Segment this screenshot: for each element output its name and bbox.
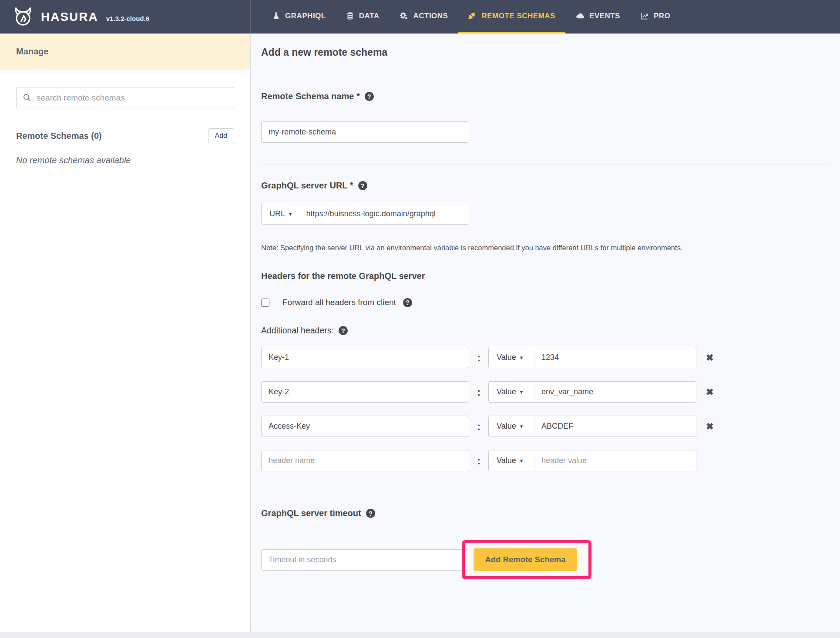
- nav-item-remote-schemas[interactable]: REMOTE SCHEMAS: [458, 0, 565, 34]
- header-row: : Value ▾: [261, 450, 830, 471]
- value-type-label: Value: [497, 422, 516, 431]
- sidebar-body: Remote Schemas (0) Add No remote schemas…: [0, 70, 250, 183]
- graphql-server-url-input[interactable]: [300, 203, 469, 224]
- page-body: Manage Remote Schemas (0) Add No remote …: [0, 34, 840, 638]
- search-remote-schemas-input[interactable]: [16, 87, 234, 108]
- manage-label: Manage: [16, 47, 48, 57]
- nav-item-graphiql[interactable]: GRAPHIQL: [262, 0, 336, 34]
- sidebar-item-manage[interactable]: Manage: [0, 34, 250, 70]
- colon-separator: :: [477, 352, 480, 364]
- chevron-down-icon: ▾: [520, 389, 523, 395]
- schema-list-header: Remote Schemas (0) Add: [16, 128, 234, 143]
- nav-links: GRAPHIQL DATA ACTIONS REMOTE SCHEMAS EVE…: [262, 0, 680, 34]
- nav-item-actions[interactable]: ACTIONS: [389, 0, 458, 34]
- help-icon[interactable]: ?: [365, 92, 374, 101]
- header-value-group: Value ▾: [488, 416, 696, 437]
- brand-area: HASURA v1.3.2-cloud.6: [0, 0, 251, 34]
- bottom-strip: [0, 632, 840, 638]
- chart-icon: [640, 12, 649, 20]
- help-icon[interactable]: ?: [366, 509, 375, 518]
- header-key-input[interactable]: [261, 347, 469, 368]
- search-icon: [22, 93, 32, 104]
- top-navbar: HASURA v1.3.2-cloud.6 GRAPHIQL DATA ACTI…: [0, 0, 840, 34]
- value-type-label: Value: [497, 353, 516, 362]
- url-note: Note: Specifying the server URL via an e…: [261, 244, 830, 252]
- url-type-dropdown-label: URL: [269, 209, 285, 218]
- header-row: : Value ▾ ✖: [261, 416, 830, 437]
- remove-header-icon[interactable]: ✖: [706, 387, 714, 396]
- header-value-group: Value ▾: [488, 450, 696, 471]
- graphql-server-url-label-text: GraphQL server URL *: [261, 181, 353, 191]
- nav-item-label: REMOTE SCHEMAS: [481, 12, 555, 20]
- page-title: Add a new remote schema: [261, 47, 830, 58]
- value-type-dropdown[interactable]: Value ▾: [489, 382, 535, 402]
- main-content: Add a new remote schema Remote Schema na…: [251, 34, 840, 638]
- gears-icon: [399, 11, 408, 20]
- sidebar: Manage Remote Schemas (0) Add No remote …: [0, 34, 251, 638]
- chevron-down-icon: ▾: [520, 457, 523, 464]
- chevron-down-icon: ▾: [520, 354, 523, 361]
- nav-item-data[interactable]: DATA: [336, 0, 390, 34]
- annotation-highlight: Add Remote Schema: [462, 540, 591, 579]
- nav-item-events[interactable]: EVENTS: [565, 0, 630, 34]
- chevron-down-icon: ▾: [520, 423, 523, 430]
- headers-section-title: Headers for the remote GraphQL server: [261, 271, 830, 281]
- header-key-input[interactable]: [261, 416, 469, 437]
- nav-item-pro[interactable]: PRO: [630, 0, 680, 34]
- remove-header-icon[interactable]: ✖: [706, 422, 714, 431]
- cloud-icon: [575, 11, 585, 20]
- sidebar-divider: [0, 183, 250, 183]
- graphql-server-url-label: GraphQL server URL * ?: [261, 181, 830, 191]
- nav-item-label: PRO: [654, 12, 670, 20]
- flask-icon: [272, 12, 280, 20]
- graphql-server-timeout-label: GraphQL server timeout ?: [261, 508, 830, 518]
- url-input-group: URL ▾: [261, 203, 469, 225]
- add-remote-schema-button[interactable]: Add Remote Schema: [474, 548, 577, 571]
- header-row: : Value ▾ ✖: [261, 381, 830, 403]
- remote-schema-name-label-text: Remote Schema name *: [261, 91, 360, 101]
- value-type-label: Value: [497, 387, 516, 396]
- value-type-dropdown[interactable]: Value ▾: [489, 450, 535, 471]
- value-type-label: Value: [497, 456, 516, 465]
- header-value-input[interactable]: [535, 382, 696, 402]
- plug-icon: [468, 12, 477, 20]
- remove-header-icon[interactable]: ✖: [706, 353, 714, 362]
- forward-headers-row: Forward all headers from client ?: [261, 298, 830, 307]
- nav-item-label: ACTIONS: [413, 12, 448, 20]
- header-row: : Value ▾ ✖: [261, 347, 830, 368]
- additional-headers-label: Additional headers:: [261, 326, 334, 336]
- url-type-dropdown[interactable]: URL ▾: [262, 203, 300, 224]
- add-button[interactable]: Add: [208, 128, 234, 143]
- section-divider: [261, 165, 830, 165]
- additional-headers-label-row: Additional headers: ?: [261, 326, 830, 336]
- header-value-group: Value ▾: [488, 347, 696, 368]
- colon-separator: :: [477, 455, 480, 467]
- nav-item-label: DATA: [359, 12, 380, 20]
- help-icon[interactable]: ?: [403, 298, 412, 307]
- forward-all-headers-label: Forward all headers from client: [282, 298, 396, 307]
- header-key-input[interactable]: [261, 450, 469, 471]
- header-value-group: Value ▾: [488, 381, 696, 403]
- chevron-down-icon: ▾: [289, 211, 292, 217]
- remote-schema-name-label: Remote Schema name * ?: [261, 91, 830, 101]
- timeout-input[interactable]: [261, 549, 469, 571]
- nav-item-label: EVENTS: [589, 12, 620, 20]
- colon-separator: :: [477, 420, 480, 433]
- value-type-dropdown[interactable]: Value ▾: [489, 416, 535, 437]
- section-divider: [261, 488, 697, 488]
- header-value-input[interactable]: [535, 347, 696, 368]
- help-icon[interactable]: ?: [358, 181, 367, 190]
- help-icon[interactable]: ?: [339, 326, 348, 335]
- value-type-dropdown[interactable]: Value ▾: [489, 347, 535, 368]
- hasura-logo-icon[interactable]: [13, 7, 33, 27]
- header-key-input[interactable]: [261, 381, 469, 403]
- colon-separator: :: [477, 386, 480, 398]
- search-box: [16, 87, 234, 108]
- remote-schema-name-input[interactable]: [261, 121, 469, 143]
- graphql-server-timeout-label-text: GraphQL server timeout: [261, 508, 361, 518]
- header-value-input[interactable]: [535, 450, 696, 471]
- nav-item-label: GRAPHIQL: [285, 12, 326, 20]
- header-value-input[interactable]: [535, 416, 696, 437]
- forward-all-headers-checkbox[interactable]: [261, 299, 269, 307]
- brand-title[interactable]: HASURA: [41, 10, 98, 24]
